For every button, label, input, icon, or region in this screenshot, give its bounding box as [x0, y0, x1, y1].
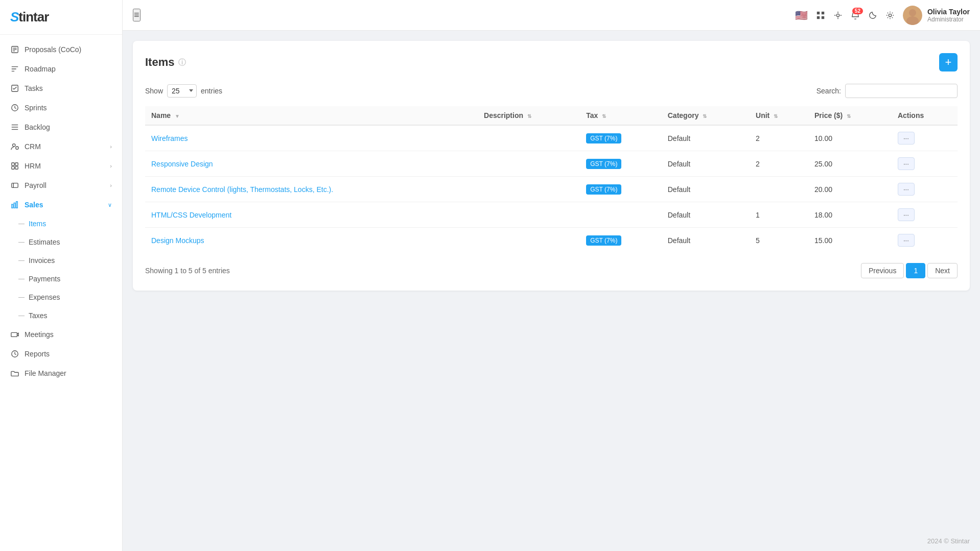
sidebar-item-payments[interactable]: Payments: [0, 270, 122, 288]
row-actions-button-3[interactable]: ···: [898, 208, 915, 221]
sidebar-item-sprints[interactable]: Sprints: [0, 98, 122, 117]
svg-rect-15: [12, 183, 18, 188]
next-button[interactable]: Next: [927, 263, 958, 278]
user-info: Olivia Taylor Administrator: [927, 8, 970, 23]
user-name: Olivia Taylor: [927, 8, 970, 16]
cell-actions-4: ···: [892, 228, 958, 253]
customize-button[interactable]: [833, 11, 843, 20]
table-row: HTML/CSS Development Default 1 18.00 ···: [145, 202, 958, 228]
sidebar-item-backlog[interactable]: Backlog: [0, 117, 122, 137]
table-row: Responsive Design GST (7%) Default 2 25.…: [145, 151, 958, 177]
cell-category-0: Default: [662, 125, 750, 151]
table-row: Remote Device Control (lights, Thermosta…: [145, 177, 958, 202]
cell-price-4: 15.00: [808, 228, 892, 253]
payments-label: Payments: [29, 275, 112, 283]
sidebar-item-expenses[interactable]: Expenses: [0, 288, 122, 306]
invoices-label: Invoices: [29, 256, 112, 265]
app-logo: Stintar: [10, 9, 49, 25]
col-tax[interactable]: Tax ⇅: [580, 106, 662, 125]
sales-icon: [10, 200, 19, 209]
moon-icon: [868, 11, 877, 20]
cell-name-1: Responsive Design: [145, 151, 478, 177]
tax-badge: GST (7%): [586, 184, 621, 195]
sidebar-item-estimates[interactable]: Estimates: [0, 233, 122, 251]
search-row: Search:: [816, 84, 958, 98]
footer: 2024 © Stintar: [123, 531, 980, 551]
col-name[interactable]: Name ▼: [145, 106, 478, 125]
sidebar-item-proposals[interactable]: Proposals (CoCo): [0, 40, 122, 59]
cell-description-2: [478, 177, 580, 202]
row-actions-button-2[interactable]: ···: [898, 183, 915, 196]
cell-unit-4: 5: [750, 228, 808, 253]
cell-tax-1: GST (7%): [580, 151, 662, 177]
svg-rect-24: [822, 16, 824, 18]
sidebar-item-roadmap[interactable]: Roadmap: [0, 59, 122, 79]
row-actions-button-0[interactable]: ···: [898, 132, 915, 145]
sidebar-item-file-manager[interactable]: File Manager: [0, 364, 122, 383]
grid-view-button[interactable]: [816, 11, 825, 20]
svg-point-9: [13, 144, 15, 147]
settings-button[interactable]: [885, 11, 895, 20]
table-controls: Show 10 25 50 100 entries Search:: [145, 84, 958, 98]
sidebar-logo: Stintar: [0, 0, 122, 35]
previous-button[interactable]: Previous: [861, 263, 904, 278]
cell-tax-3: [580, 202, 662, 228]
sidebar-item-tasks[interactable]: Tasks: [0, 79, 122, 98]
sidebar-item-items[interactable]: Items: [0, 214, 122, 233]
svg-rect-17: [12, 204, 13, 208]
items-table: Name ▼ Description ⇅ Tax ⇅ Category: [145, 106, 958, 253]
sidebar-item-reports[interactable]: Reports: [0, 344, 122, 364]
search-input[interactable]: [845, 84, 958, 98]
add-item-button[interactable]: +: [939, 53, 958, 71]
cell-unit-1: 2: [750, 151, 808, 177]
crm-chevron-icon: ›: [110, 143, 112, 150]
menu-toggle-button[interactable]: ≡: [133, 9, 141, 21]
notification-count: 52: [852, 8, 863, 14]
sidebar-item-meetings[interactable]: Meetings: [0, 325, 122, 344]
cell-actions-2: ···: [892, 177, 958, 202]
sidebar-item-sales[interactable]: Sales ∨: [0, 195, 122, 214]
cell-name-2: Remote Device Control (lights, Thermosta…: [145, 177, 478, 202]
cell-category-3: Default: [662, 202, 750, 228]
svg-rect-12: [15, 163, 18, 165]
showing-info: Showing 1 to 5 of 5 entries: [145, 267, 230, 275]
category-sort-icon: ⇅: [703, 113, 707, 119]
page-header: Items ⓘ +: [145, 53, 958, 71]
col-category[interactable]: Category ⇅: [662, 106, 750, 125]
col-unit[interactable]: Unit ⇅: [750, 106, 808, 125]
notifications-button[interactable]: 52: [851, 11, 860, 20]
language-selector-button[interactable]: 🇺🇸: [795, 9, 808, 21]
page-1-button[interactable]: 1: [906, 263, 925, 278]
row-actions-button-1[interactable]: ···: [898, 157, 915, 170]
user-profile[interactable]: Olivia Taylor Administrator: [903, 6, 970, 25]
sidebar-item-hrm[interactable]: HRM ›: [0, 156, 122, 176]
cell-price-0: 10.00: [808, 125, 892, 151]
footer-text: 2024 © Stintar: [927, 537, 970, 545]
dark-mode-button[interactable]: [868, 11, 877, 20]
svg-rect-14: [15, 166, 18, 169]
cell-price-2: 20.00: [808, 177, 892, 202]
cell-price-3: 18.00: [808, 202, 892, 228]
cell-category-2: Default: [662, 177, 750, 202]
sidebar-item-invoices[interactable]: Invoices: [0, 251, 122, 270]
price-sort-icon: ⇅: [847, 113, 851, 119]
sales-chevron-icon: ∨: [108, 202, 112, 208]
hrm-chevron-icon: ›: [110, 163, 112, 169]
sidebar-item-crm[interactable]: CRM ›: [0, 137, 122, 156]
cell-name-0: Wireframes: [145, 125, 478, 151]
sidebar-item-taxes[interactable]: Taxes: [0, 306, 122, 325]
show-label: Show: [145, 87, 163, 95]
col-description[interactable]: Description ⇅: [478, 106, 580, 125]
tax-badge: GST (7%): [586, 133, 621, 143]
entries-per-page-select[interactable]: 10 25 50 100: [167, 84, 197, 98]
svg-point-25: [836, 14, 839, 16]
row-actions-button-4[interactable]: ···: [898, 234, 915, 247]
sidebar-nav: Proposals (CoCo) Roadmap Tasks Sprints: [0, 35, 122, 551]
info-icon[interactable]: ⓘ: [178, 58, 186, 67]
crm-label: CRM: [25, 142, 110, 151]
tasks-label: Tasks: [25, 84, 112, 92]
hrm-label: HRM: [25, 162, 110, 170]
sidebar-item-payroll[interactable]: Payroll ›: [0, 176, 122, 195]
cell-unit-3: 1: [750, 202, 808, 228]
col-price[interactable]: Price ($) ⇅: [808, 106, 892, 125]
